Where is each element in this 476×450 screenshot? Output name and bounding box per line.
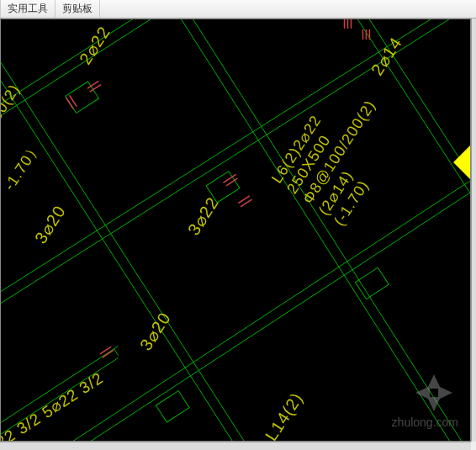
scrollbar-horizontal[interactable]	[0, 442, 471, 450]
svg-marker-35	[453, 146, 470, 179]
menu-clipboard[interactable]: 剪贴板	[56, 0, 100, 18]
svg-line-13	[336, 19, 470, 271]
menu-bar: 实用工具 剪贴板	[0, 0, 476, 19]
svg-line-2	[1, 19, 470, 313]
svg-line-27	[223, 174, 235, 183]
beam-grid	[1, 19, 470, 441]
svg-marker-38	[415, 386, 430, 400]
scrollbar-vertical[interactable]	[471, 19, 476, 442]
marker-triangle	[453, 146, 470, 179]
cad-viewport[interactable]: 2⌀22 2⌀14 200(2) -1.70） 3⌀20 3⌀22 L6(2)2…	[0, 19, 471, 442]
drawing-canvas[interactable]	[1, 19, 470, 441]
watermark-logo	[413, 372, 455, 414]
svg-marker-39	[438, 386, 452, 400]
svg-line-8	[114, 349, 119, 356]
watermark-text: zhulong.com	[392, 416, 458, 429]
menu-tools[interactable]: 实用工具	[0, 0, 56, 18]
svg-line-5	[26, 165, 470, 441]
svg-rect-17	[356, 267, 389, 299]
